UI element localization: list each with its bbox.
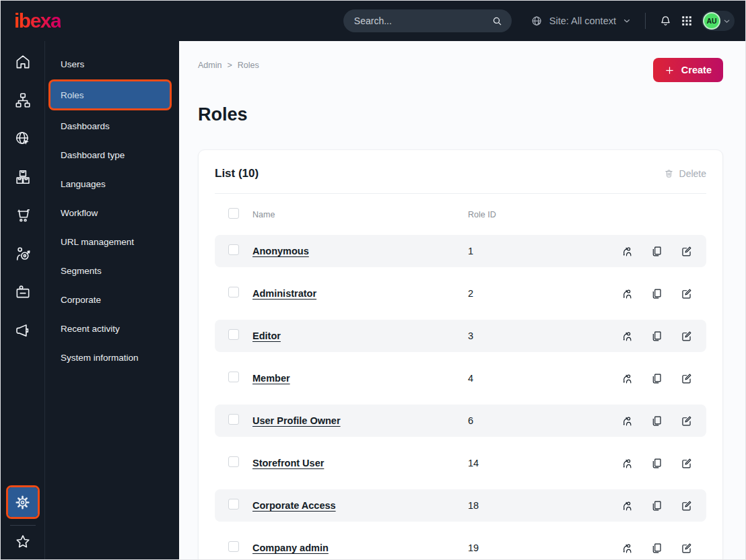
user-menu[interactable]: AU bbox=[702, 11, 735, 31]
row-checkbox[interactable] bbox=[228, 287, 239, 298]
edit-button[interactable] bbox=[680, 542, 693, 555]
sidebar-item-users[interactable]: Users bbox=[45, 50, 179, 79]
assign-to-users-button[interactable] bbox=[621, 245, 634, 258]
row-checkbox[interactable] bbox=[228, 244, 239, 255]
copy-button[interactable] bbox=[650, 457, 663, 470]
role-name-link[interactable]: Corporate Access bbox=[252, 500, 336, 511]
assign-to-users-button[interactable] bbox=[621, 287, 634, 300]
assign-user-icon bbox=[621, 542, 634, 555]
ibexa-logo[interactable]: ibexa bbox=[14, 11, 61, 31]
row-checkbox[interactable] bbox=[228, 499, 239, 510]
search-icon[interactable] bbox=[491, 15, 503, 27]
row-checkbox[interactable] bbox=[228, 456, 239, 467]
role-name-link[interactable]: Company admin bbox=[252, 542, 329, 553]
corporate-icon[interactable] bbox=[14, 283, 32, 301]
role-name-link[interactable]: Storefront User bbox=[252, 458, 324, 468]
main-content: Admin > Roles Create Roles List (10) bbox=[179, 41, 745, 559]
sidebar-item-url-management[interactable]: URL management bbox=[45, 228, 179, 256]
app-switcher-button[interactable] bbox=[681, 15, 693, 27]
role-name-link[interactable]: Member bbox=[252, 373, 290, 384]
role-id-value: 2 bbox=[468, 288, 621, 299]
edit-button[interactable] bbox=[680, 499, 693, 512]
trash-icon bbox=[664, 168, 674, 179]
product-catalog-icon[interactable] bbox=[14, 168, 32, 186]
assign-to-users-button[interactable] bbox=[621, 330, 634, 343]
sidebar-item-workflow[interactable]: Workflow bbox=[45, 199, 179, 228]
app-window: ibexa Site: All context bbox=[0, 0, 746, 560]
copy-button[interactable] bbox=[650, 542, 663, 555]
edit-button[interactable] bbox=[680, 330, 693, 343]
grid-icon bbox=[681, 15, 693, 27]
create-button[interactable]: Create bbox=[653, 58, 723, 82]
copy-icon bbox=[650, 457, 663, 470]
sidebar-item-roles[interactable]: Roles bbox=[50, 81, 170, 108]
copy-button[interactable] bbox=[650, 372, 663, 385]
edit-icon bbox=[680, 457, 693, 470]
copy-button[interactable] bbox=[650, 245, 663, 258]
sidebar-item-segments[interactable]: Segments bbox=[45, 256, 179, 285]
role-name-link[interactable]: User Profile Owner bbox=[252, 415, 341, 426]
copy-button[interactable] bbox=[650, 415, 663, 427]
topbar: ibexa Site: All context bbox=[1, 1, 745, 41]
table-row: Member 4 bbox=[215, 362, 706, 394]
copy-icon bbox=[650, 245, 663, 258]
edit-button[interactable] bbox=[680, 457, 693, 470]
plus-icon bbox=[665, 65, 675, 75]
assign-to-users-button[interactable] bbox=[621, 372, 634, 385]
copy-icon bbox=[650, 372, 663, 385]
edit-icon bbox=[680, 245, 693, 258]
edit-icon bbox=[680, 415, 693, 427]
sidebar-item-dashboard-type[interactable]: Dashboard type bbox=[45, 141, 179, 170]
assign-to-users-button[interactable] bbox=[621, 542, 634, 555]
row-checkbox[interactable] bbox=[228, 541, 239, 552]
breadcrumb-roles[interactable]: Roles bbox=[238, 61, 259, 70]
role-id-value: 1 bbox=[468, 246, 621, 256]
edit-button[interactable] bbox=[680, 287, 693, 300]
delete-button[interactable]: Delete bbox=[664, 168, 706, 179]
role-name-link[interactable]: Administrator bbox=[252, 288, 316, 299]
table-row: Editor 3 bbox=[215, 320, 706, 352]
row-checkbox[interactable] bbox=[228, 329, 239, 340]
content-tree-icon[interactable] bbox=[14, 92, 32, 109]
breadcrumb: Admin > Roles bbox=[198, 58, 259, 70]
admin-button[interactable] bbox=[8, 487, 38, 517]
admin-sidebar: Users Roles Dashboards Dashboard type La… bbox=[45, 41, 179, 559]
assign-to-users-button[interactable] bbox=[621, 415, 634, 427]
role-name-link[interactable]: Anonymous bbox=[252, 246, 309, 256]
sidebar-item-languages[interactable]: Languages bbox=[45, 170, 179, 199]
copy-icon bbox=[650, 415, 663, 427]
marketing-icon[interactable] bbox=[14, 322, 32, 339]
copy-button[interactable] bbox=[650, 287, 663, 300]
notifications-button[interactable] bbox=[659, 15, 672, 28]
sidebar-item-dashboards[interactable]: Dashboards bbox=[45, 112, 179, 141]
bookmarks-icon[interactable] bbox=[14, 533, 32, 551]
row-checkbox[interactable] bbox=[228, 414, 239, 425]
row-checkbox[interactable] bbox=[228, 372, 239, 382]
copy-button[interactable] bbox=[650, 499, 663, 512]
sidebar-item-corporate[interactable]: Corporate bbox=[45, 285, 179, 314]
search-input[interactable] bbox=[354, 15, 491, 26]
topbar-divider bbox=[645, 13, 646, 29]
assign-to-users-button[interactable] bbox=[621, 457, 634, 470]
breadcrumb-admin[interactable]: Admin bbox=[198, 61, 222, 70]
copy-button[interactable] bbox=[650, 330, 663, 343]
assign-user-icon bbox=[621, 245, 634, 258]
personalization-icon[interactable] bbox=[14, 245, 32, 262]
assign-user-icon bbox=[621, 330, 634, 343]
assign-to-users-button[interactable] bbox=[621, 499, 634, 512]
sidebar-item-recent-activity[interactable]: Recent activity bbox=[45, 314, 179, 343]
select-all-checkbox[interactable] bbox=[228, 208, 239, 219]
edit-button[interactable] bbox=[680, 245, 693, 258]
role-name-link[interactable]: Editor bbox=[252, 330, 281, 341]
admin-annotation-box bbox=[6, 485, 40, 519]
home-icon[interactable] bbox=[14, 53, 32, 71]
edit-button[interactable] bbox=[680, 415, 693, 427]
role-id-value: 18 bbox=[468, 500, 621, 511]
sidebar-item-system-information[interactable]: System information bbox=[45, 343, 179, 372]
global-search bbox=[343, 9, 512, 32]
copy-icon bbox=[650, 542, 663, 555]
site-icon[interactable] bbox=[14, 130, 32, 147]
site-context-selector[interactable]: Site: All context bbox=[531, 15, 632, 28]
commerce-icon[interactable] bbox=[14, 207, 32, 224]
edit-button[interactable] bbox=[680, 372, 693, 385]
